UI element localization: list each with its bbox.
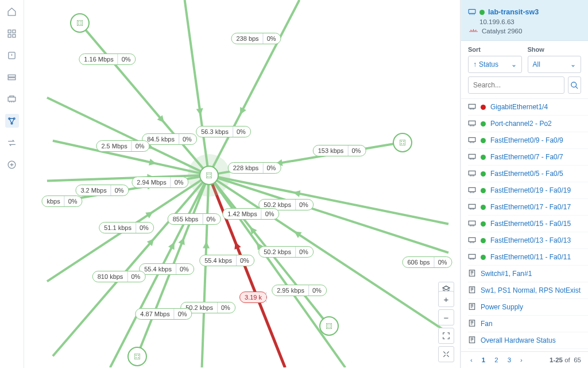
link-utilization: 0%	[111, 185, 129, 195]
fit-button[interactable]	[438, 328, 454, 344]
svg-point-18	[401, 141, 402, 142]
search-input[interactable]	[468, 76, 564, 94]
pager-page[interactable]: 1	[479, 355, 488, 365]
interface-item[interactable]: FastEthernet0/11 - Fa0/11	[468, 249, 588, 266]
link-badge[interactable]: 55.4 kbps0%	[199, 255, 254, 266]
link-badge[interactable]: 56.3 kbps0%	[196, 126, 251, 137]
link-badge[interactable]: 51.1 kbps0%	[99, 222, 154, 233]
link-bandwidth: 50.2 kbps	[259, 247, 296, 257]
link-utilization: 0%	[136, 223, 153, 233]
link-bandwidth: 153 kbps	[314, 145, 349, 156]
nodes-icon[interactable]	[5, 70, 19, 84]
status-dot	[481, 205, 486, 210]
svg-point-26	[210, 176, 211, 177]
link-badge[interactable]: 1.16 Mbps0%	[79, 53, 136, 65]
port-icon	[468, 220, 476, 227]
link-badge[interactable]: 3.19 k	[239, 292, 267, 303]
search-button[interactable]	[568, 76, 581, 94]
interface-item[interactable]: FastEthernet0/13 - Fa0/13	[468, 232, 588, 249]
status-dot	[481, 188, 486, 193]
interface-item[interactable]: Sw1, PS1 Normal, RPS NotExist	[468, 282, 588, 299]
pager-page[interactable]: 3	[505, 355, 513, 365]
link-badge[interactable]: 3.2 Mbps0%	[75, 185, 129, 196]
pager-next[interactable]: ›	[518, 355, 525, 365]
link-bandwidth: 3.19 k	[240, 292, 266, 302]
home-icon[interactable]	[5, 5, 19, 18]
interface-item[interactable]: Fan	[468, 316, 588, 332]
ethernet-icon[interactable]	[5, 92, 19, 106]
link-badge[interactable]: 606 bps0%	[402, 256, 452, 268]
link-badge[interactable]: 2.95 kbps0%	[272, 285, 327, 296]
interface-label: FastEthernet0/19 - Fa0/19	[490, 186, 571, 194]
show-select[interactable]: All ⌄	[528, 56, 582, 73]
topology-icon[interactable]	[5, 114, 19, 128]
interface-item[interactable]: FastEthernet0/7 - Fa0/7	[468, 149, 588, 166]
interface-list[interactable]: GigabitEthernet1/4Port-channel2 - Po2Fas…	[461, 98, 588, 351]
interface-item[interactable]: FastEthernet0/17 - Fa0/17	[468, 199, 588, 216]
interface-label: GigabitEthernet1/4	[490, 103, 548, 111]
link-bandwidth: 55.4 kbps	[200, 255, 237, 266]
link-utilization: 0%	[127, 271, 145, 282]
zoom-out-button[interactable]: −	[438, 309, 454, 325]
interface-item[interactable]: Overall Hardware Status	[468, 332, 588, 349]
link-badge[interactable]: 2.5 Mbps0%	[96, 140, 149, 152]
topology-node[interactable]	[319, 316, 339, 336]
link-badge[interactable]: 228 kbps0%	[228, 162, 281, 174]
link-bandwidth: kbps	[42, 196, 64, 206]
interface-label: FastEthernet0/7 - Fa0/7	[490, 153, 563, 161]
fullscreen-button[interactable]	[438, 346, 454, 362]
link-badge[interactable]: 84.5 kbps0%	[142, 133, 197, 145]
topology-node[interactable]	[127, 347, 147, 366]
pager-prev[interactable]: ‹	[468, 355, 475, 365]
link-utilization: 0%	[348, 145, 365, 156]
pager: ‹ 1 2 3 › 1-25 of 65	[461, 351, 588, 368]
alerts-icon[interactable]	[5, 48, 19, 62]
link-badge[interactable]: kbps0%	[41, 195, 82, 207]
link-bandwidth: 4.87 Mbps	[136, 309, 174, 319]
interface-item[interactable]: FastEthernet0/5 - Fa0/5	[468, 166, 588, 182]
add-icon[interactable]	[5, 158, 19, 171]
link-badge[interactable]: 238 bps0%	[231, 33, 281, 44]
svg-rect-40	[469, 121, 475, 125]
link-badge[interactable]: 810 kbps0%	[92, 271, 146, 282]
zoom-in-button[interactable]: +	[438, 291, 454, 307]
link-utilization: 0%	[263, 163, 280, 173]
link-badge[interactable]: 55.4 kbps0%	[139, 263, 194, 275]
device-name[interactable]: lab-transit-sw3	[488, 8, 539, 16]
topology-node[interactable]	[70, 13, 90, 33]
interface-item[interactable]: Port-channel2 - Po2	[468, 116, 588, 132]
port-icon	[468, 103, 476, 110]
topology-node[interactable]	[199, 166, 219, 185]
link-bandwidth: 228 kbps	[229, 163, 264, 173]
link-utilization: 0%	[237, 255, 254, 266]
interface-item[interactable]: FastEthernet0/9 - Fa0/9	[468, 132, 588, 149]
svg-rect-41	[469, 137, 475, 141]
link-badge[interactable]: 153 kbps0%	[313, 145, 366, 156]
interface-item[interactable]: FastEthernet0/19 - Fa0/19	[468, 182, 588, 199]
dashboard-icon[interactable]	[5, 26, 19, 40]
link-bandwidth: 56.3 kbps	[196, 126, 233, 137]
link-badge[interactable]: 2.94 Mbps0%	[131, 177, 188, 188]
svg-rect-48	[469, 254, 475, 258]
link-badge[interactable]: 4.87 Mbps0%	[135, 308, 192, 320]
search-icon	[570, 81, 579, 90]
cisco-icon	[469, 28, 478, 34]
hardware-icon	[468, 304, 476, 310]
device-model: Catalyst 2960	[482, 28, 522, 34]
link-badge[interactable]: 855 kbps0%	[168, 213, 221, 225]
status-dot	[481, 238, 486, 243]
interface-item[interactable]: GigabitEthernet1/4	[468, 99, 588, 116]
flows-icon[interactable]	[5, 136, 19, 150]
interface-item[interactable]: Power Supply	[468, 299, 588, 316]
link-badge[interactable]: 50.2 kbps0%	[258, 246, 314, 258]
topology-node[interactable]	[393, 133, 412, 152]
svg-point-16	[80, 24, 82, 25]
link-badge[interactable]: 1.42 Mbps0%	[222, 208, 279, 220]
pager-page[interactable]: 2	[492, 355, 500, 365]
sort-select[interactable]: ↑Status ⌄	[468, 56, 522, 73]
status-dot	[481, 171, 486, 177]
interface-item[interactable]: FastEthernet0/15 - Fa0/15	[468, 216, 588, 232]
topology-canvas[interactable]: 238 bps0%1.16 Mbps0%56.3 kbps0%84.5 kbps…	[24, 0, 461, 368]
interface-item[interactable]: Switch#1, Fan#1	[468, 266, 588, 282]
svg-rect-2	[8, 34, 11, 37]
